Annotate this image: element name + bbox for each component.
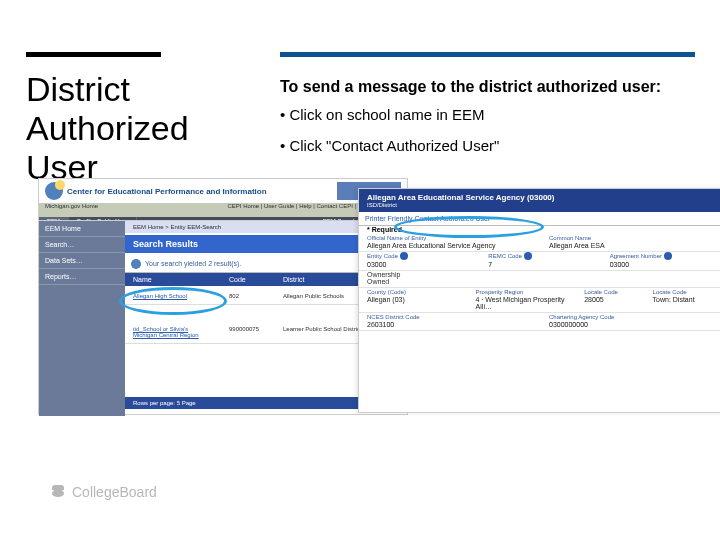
entity-title: Allegan Area Educational Service Agency … [367, 193, 720, 202]
divider-right [280, 52, 695, 57]
field-value: Allegan Area ESA [549, 242, 720, 249]
field-value: 28005 [584, 296, 644, 303]
school-code: 802 [221, 288, 275, 304]
field-value: 0300000000 [549, 321, 720, 328]
sidebar-item-datasets[interactable]: Data Sets… [39, 253, 125, 269]
col-district: District [275, 273, 312, 286]
field-label: County (Code) [367, 289, 406, 295]
field-label: Entity Code [367, 253, 398, 259]
school-link[interactable]: Allegan High School [125, 288, 221, 304]
portal-topnav: Michigan.gov Home CEPI Home | User Guide… [39, 203, 407, 217]
detail-row: County (Code)Allegan (03) Prosperity Reg… [359, 288, 720, 313]
field-value: 03000 [367, 261, 480, 268]
field-label: Locale Code [584, 289, 618, 295]
detail-row: NCES District Code2603100 Chartering Age… [359, 313, 720, 331]
field-value: Owned [367, 278, 720, 285]
sidebar-item-reports[interactable]: Reports… [39, 269, 125, 285]
school-district: Allegan Public Schools [275, 288, 352, 304]
col-code: Code [221, 273, 275, 286]
footer-brand-text: CollegeBoard [72, 484, 157, 500]
field-value: 4 · West Michigan Prosperity Alli… [476, 296, 577, 310]
screenshot-mock: Center for Educational Performance and I… [38, 178, 682, 438]
field-label: NCES District Code [367, 314, 420, 320]
detail-row: Entity Code03000 REMC Code7 Agreement Nu… [359, 252, 720, 271]
field-value: 7 [488, 261, 601, 268]
entity-detail-panel: Allegan Area Educational Service Agency … [358, 188, 720, 413]
required-note: * Required [367, 226, 720, 233]
slide-title: District Authorized User [26, 70, 256, 187]
field-label: Chartering Agency Code [549, 314, 614, 320]
field-label: Official Name of Entity [367, 235, 426, 241]
field-label: Common Name [549, 235, 591, 241]
info-icon[interactable] [400, 252, 408, 260]
portal-header: Center for Educational Performance and I… [39, 179, 407, 203]
field-label: REMC Code [488, 253, 522, 259]
field-label: Prosperity Region [476, 289, 524, 295]
field-label: Agreement Number [610, 253, 662, 259]
school-code: 990000075 [221, 321, 275, 343]
detail-row: Ownership Owned [359, 271, 720, 288]
info-icon[interactable] [524, 252, 532, 260]
field-value: Allegan (03) [367, 296, 468, 303]
sidebar: EEM Home Search… Data Sets… Reports… [39, 221, 125, 416]
results-panel: EEM Home Search… Data Sets… Reports… EEM… [38, 220, 408, 415]
col-name: Name [125, 273, 221, 286]
school-district: Learner Public School District [275, 321, 370, 343]
acorn-icon [50, 484, 66, 500]
instruction-item: Click on school name in EEM [280, 106, 499, 123]
divider-left [26, 52, 161, 57]
detail-row: * Required Official Name of EntityAllega… [359, 226, 720, 252]
field-label: Ownership [367, 271, 400, 278]
field-value: 03000 [610, 261, 720, 268]
sidebar-item-search[interactable]: Search… [39, 237, 125, 253]
field-value: Town: Distant [653, 296, 720, 303]
info-icon[interactable] [664, 252, 672, 260]
cepi-logo-icon [45, 182, 63, 200]
field-value: Allegan Area Educational Service Agency [367, 242, 541, 249]
instruction-item: Click "Contact Authorized User" [280, 137, 499, 154]
school-link[interactable]: tid_School or Silvia's Michigan Central … [125, 321, 221, 343]
detail-action-links[interactable]: Printer Friendly Contact Authorized User [359, 212, 720, 226]
entity-subtitle: ISD/District [367, 202, 720, 208]
instruction-list: Click on school name in EEM Click "Conta… [280, 106, 499, 168]
sidebar-item-home[interactable]: EEM Home [39, 221, 125, 237]
field-label: Locate Code [653, 289, 687, 295]
portal-site-name: Center for Educational Performance and I… [67, 187, 267, 196]
slide-intro: To send a message to the district author… [280, 78, 661, 96]
nav-home-link[interactable]: Michigan.gov Home [45, 203, 98, 209]
footer-brand: CollegeBoard [50, 484, 157, 500]
field-value: 2603100 [367, 321, 541, 328]
detail-header: Allegan Area Educational Service Agency … [359, 189, 720, 212]
